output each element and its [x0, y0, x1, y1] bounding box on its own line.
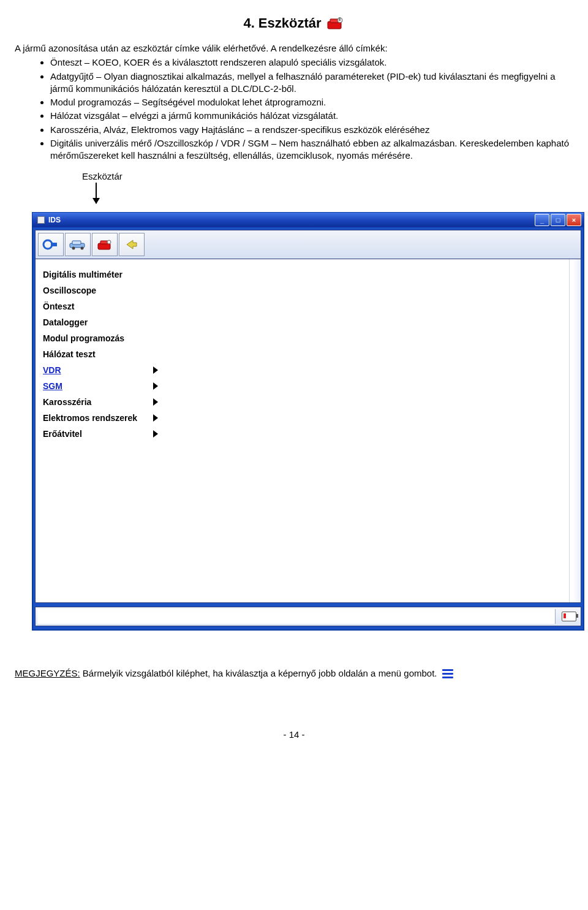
- list-item: Digitális univerzális mérő /Oszcilloszkó…: [50, 137, 573, 163]
- menu-item-label: Hálózat teszt: [43, 349, 96, 359]
- minimize-glyph: _: [540, 216, 544, 224]
- svg-rect-5: [51, 243, 57, 246]
- menu-item-sgm[interactable]: SGM: [36, 378, 164, 394]
- menu-item-label: Karosszéria: [43, 397, 91, 407]
- content-area: Digitális multiméter Oscilloscope Öntesz…: [35, 259, 581, 603]
- connector-icon: [42, 238, 59, 251]
- menu-item-body[interactable]: Karosszéria: [36, 394, 164, 410]
- heading-text: 4. Eszköztár: [243, 15, 321, 31]
- submenu-arrow-icon: [153, 430, 158, 438]
- minimize-button[interactable]: _: [535, 214, 549, 226]
- titlebar[interactable]: IDS _ □ ×: [32, 213, 584, 227]
- note-label: MEGJEGYZÉS:: [15, 668, 80, 678]
- close-button[interactable]: ×: [567, 214, 581, 226]
- submenu-arrow-icon: [153, 398, 158, 406]
- list-item: Önteszt – KOEO, KOER és a kiválasztott r…: [50, 56, 573, 69]
- menu-item-label: Digitális multiméter: [43, 270, 123, 279]
- menu-item-electrical[interactable]: Elektromos rendszerek: [36, 410, 164, 426]
- toolbox-icon: [97, 238, 113, 251]
- menu-item-selftest[interactable]: Önteszt: [36, 298, 164, 314]
- menu-item-oscilloscope[interactable]: Oscilloscope: [36, 282, 164, 298]
- status-message-area: [37, 609, 556, 624]
- list-item: Modul programozás – Segítségével modulok…: [50, 96, 573, 109]
- bullet-list: Önteszt – KOEO, KOER és a kiválasztott r…: [15, 56, 573, 162]
- list-item: Karosszéria, Alváz, Elektromos vagy Hajt…: [50, 123, 573, 137]
- menu-item-module-programming[interactable]: Modul programozás: [36, 330, 164, 346]
- tool-menu: Digitális multiméter Oscilloscope Öntesz…: [36, 259, 164, 447]
- vehicle-select-button[interactable]: [65, 233, 91, 256]
- menu-item-label: Elektromos rendszerek: [43, 413, 137, 423]
- toolbox-button[interactable]: [92, 233, 118, 256]
- svg-point-9: [81, 247, 84, 250]
- menu-item-datalogger[interactable]: Datalogger: [36, 314, 164, 330]
- statusbar: [35, 607, 581, 626]
- close-glyph: ×: [572, 216, 576, 224]
- app-icon: [37, 216, 45, 224]
- toolbar: [35, 230, 581, 259]
- right-gutter: [569, 259, 581, 602]
- menu-item-label: Önteszt: [43, 301, 74, 311]
- menu-icon: [442, 669, 453, 678]
- menu-item-multimeter[interactable]: Digitális multiméter: [36, 267, 164, 282]
- callout-label: Eszköztár: [82, 171, 573, 181]
- back-arrow-icon: [124, 238, 139, 251]
- previous-button[interactable]: [119, 233, 145, 256]
- svg-rect-7: [72, 241, 81, 245]
- menu-item-label: SGM: [43, 381, 62, 391]
- page-heading: 4. Eszköztár: [15, 15, 573, 31]
- list-item: Hálózat vizsgálat – elvégzi a jármű komm…: [50, 109, 573, 123]
- submenu-arrow-icon: [153, 414, 158, 422]
- menu-item-network-test[interactable]: Hálózat teszt: [36, 346, 164, 362]
- menu-item-label: Oscilloscope: [43, 286, 96, 295]
- svg-point-12: [107, 240, 111, 244]
- menu-item-vdr[interactable]: VDR: [36, 362, 164, 378]
- page-number: - 14 -: [15, 729, 573, 740]
- menu-item-label: Modul programozás: [43, 333, 124, 343]
- menu-item-powertrain[interactable]: Erőátvitel: [36, 426, 164, 442]
- submenu-arrow-icon: [153, 366, 158, 374]
- menu-item-label: Datalogger: [43, 317, 88, 327]
- maximize-button[interactable]: □: [551, 214, 565, 226]
- ids-window: IDS _ □ ×: [32, 212, 584, 631]
- battery-icon: [562, 612, 576, 621]
- window-title: IDS: [48, 216, 61, 224]
- car-icon: [69, 238, 87, 251]
- note-paragraph: MEGJEGYZÉS: Bármelyik vizsgálatból kilép…: [15, 667, 573, 680]
- toolbox-icon: [326, 15, 345, 31]
- maximize-glyph: □: [556, 216, 560, 224]
- menu-item-label: VDR: [43, 365, 61, 375]
- battery-indicator: [557, 607, 581, 626]
- menu-item-label: Erőátvitel: [43, 429, 82, 439]
- list-item: Adatgyűjtő – Olyan diagnosztikai alkalma…: [50, 70, 573, 96]
- submenu-arrow-icon: [153, 382, 158, 390]
- arrow-down-icon: [96, 183, 573, 212]
- vehicle-connect-button[interactable]: [38, 233, 64, 256]
- svg-rect-11: [100, 241, 108, 244]
- svg-point-8: [72, 247, 75, 250]
- svg-point-4: [43, 240, 52, 249]
- svg-rect-3: [339, 17, 341, 21]
- note-text: Bármelyik vizsgálatból kiléphet, ha kivá…: [83, 668, 437, 678]
- intro-paragraph: A jármű azonosítása után az eszköztár cí…: [15, 42, 573, 55]
